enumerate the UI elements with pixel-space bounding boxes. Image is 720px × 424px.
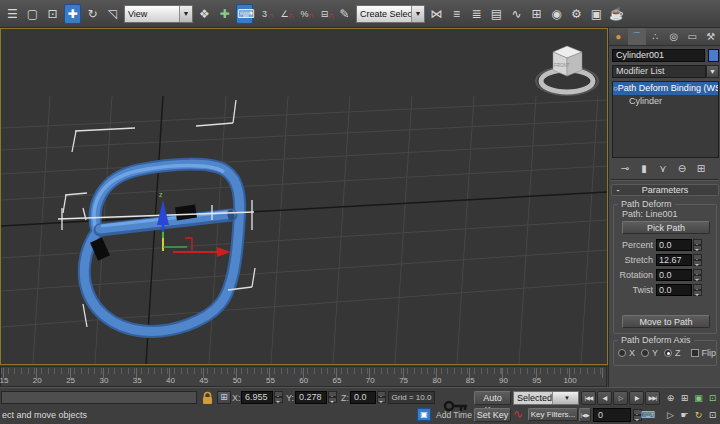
twist-field[interactable]: 0.0 [656,284,692,296]
move-to-path-button[interactable]: Move to Path [622,315,710,328]
select-and-rotate-button[interactable]: ↻ [84,4,101,24]
select-and-manipulate-button[interactable]: ✚ [216,4,233,24]
zoom-extents-button[interactable]: ▣ [692,391,705,405]
coord-y-field[interactable]: 0.278 [295,391,327,404]
use-pivot-point-center-button[interactable]: ❖ [196,4,213,24]
zoom-button[interactable]: ⊕ [664,391,677,405]
zoom-all-button[interactable]: ⊞ [678,391,691,405]
selection-lock-icon[interactable] [201,391,214,405]
key-filters-button[interactable]: Key Filters... [528,408,578,421]
isolate-selection-toggle[interactable]: ▣ [417,408,431,421]
axis-radio-z[interactable] [664,349,672,357]
mirror-button[interactable]: ⋈ [428,4,445,24]
coord-y-spinner[interactable] [328,391,337,403]
window-crossing-toggle-button[interactable]: ⊡ [44,4,61,24]
dropdown-arrow-icon[interactable]: ▼ [179,6,192,22]
field-of-view-button[interactable]: ▷ [664,408,677,422]
rectangular-selection-region-button[interactable]: ▢ [24,4,41,24]
pin-stack-button[interactable]: ⊸ [618,162,632,175]
percent-spinner[interactable] [693,239,702,251]
play-button[interactable]: ▷ [613,391,628,405]
coord-x-field[interactable]: 6.955 [241,391,273,404]
select-and-uniform-scale-button[interactable]: ◹ [104,4,121,24]
pan-button[interactable]: ☛ [678,408,691,422]
viewcube[interactable]: FRONT [536,46,598,95]
tab-hierarchy[interactable]: ∴ [646,28,665,45]
go-to-start-button[interactable]: |◀◀ [581,391,596,405]
stretch-spinner[interactable] [693,254,702,266]
axis-radio-y[interactable] [641,349,649,357]
object-color-swatch[interactable] [708,49,719,62]
set-key-button[interactable]: Set Key [474,408,511,422]
configure-modifier-sets-button[interactable]: ⊞ [694,162,708,175]
percent-snap-toggle-button[interactable]: %∩ [296,4,313,24]
coord-z-spinner[interactable] [377,391,386,403]
rendered-frame-window-button[interactable]: ▣ [588,4,605,24]
tab-display[interactable]: ▭ [683,28,702,45]
coord-z-field[interactable]: 0.0 [350,391,376,404]
flip-checkbox[interactable] [691,349,699,357]
twist-spinner[interactable] [693,284,702,296]
select-by-name-button[interactable]: ☰ [4,4,21,24]
render-setup-button[interactable]: ⚙ [568,4,585,24]
axis-radio-x[interactable] [618,349,626,357]
perspective-viewport[interactable]: z FRONT [0,28,608,365]
named-selection-sets[interactable]: Create Selection Se▼ [356,5,425,23]
absolute-offset-mode-toggle[interactable]: ⊞ [217,391,231,404]
material-editor-button[interactable]: ◉ [548,4,565,24]
pick-path-button[interactable]: Pick Path [622,221,710,234]
orbit-button[interactable]: ↻ [692,408,705,422]
modifier-stack-item[interactable]: ○Path Deform Binding (WS [613,82,718,95]
tab-create[interactable]: ● [609,28,628,45]
auto-key-button[interactable]: Auto Key [474,391,511,405]
maximize-viewport-toggle-button[interactable]: ⊡ [706,408,719,422]
coord-x-spinner[interactable] [274,391,283,403]
edit-named-selection-sets-button[interactable]: ✎ [336,4,353,24]
spinner-snap-toggle-button[interactable]: ⊟∩ [316,4,333,24]
time-track-bar[interactable]: 1520253035404550556065707580859095100 [0,366,607,387]
gizmo-x-arrowhead[interactable] [217,247,231,257]
keyboard-shortcut-override-icon[interactable]: ⌨ [641,408,655,422]
set-keys-key-icon[interactable] [443,393,469,419]
rotation-field[interactable]: 0.0 [656,269,692,281]
render-production-button[interactable]: ☕ [608,4,625,24]
stretch-field[interactable]: 12.67 [656,254,692,266]
show-end-result-button[interactable]: ▮ [637,162,651,175]
remove-modifier-button[interactable]: ⊖ [675,162,689,175]
keyboard-shortcut-override-toggle-button[interactable]: ⌨ [236,4,253,24]
tab-modify[interactable]: ⌒ [628,28,647,45]
next-frame-button[interactable]: |▶ [629,391,644,405]
gizmo-z-arrowhead[interactable] [157,200,169,225]
percent-field[interactable]: 0.0 [656,239,692,251]
tab-utilities[interactable]: ⚒ [702,28,720,45]
dropdown-arrow-icon[interactable]: ▼ [411,6,424,22]
key-filter-set-dropdown[interactable]: Selected ▼ [513,391,579,405]
snaps-toggle-3d-button[interactable]: 3∩ [256,4,273,24]
curve-editor-button[interactable]: ∿ [508,4,525,24]
dropdown-arrow-icon[interactable]: ▼ [552,392,578,404]
modifier-list-dropdown[interactable]: Modifier List [612,65,706,78]
current-frame-field[interactable]: 0 [593,408,631,422]
select-and-move-button[interactable]: ✚ [64,4,81,24]
rollout-collapse-icon[interactable]: - [612,185,624,195]
zoom-extents-all-button[interactable]: ⊡ [706,391,719,405]
align-button[interactable]: ≡ [448,4,465,24]
modifier-list-arrow[interactable]: ▼ [706,65,719,78]
set-key-curve-icon[interactable]: ∿ [513,407,523,421]
go-to-end-button[interactable]: ▶▶| [645,391,660,405]
make-unique-button[interactable]: ⋎ [656,162,670,175]
gizmo-plane-handle[interactable] [185,238,192,252]
key-mode-toggle-button[interactable]: |◀▶ [579,408,591,422]
parameters-rollout-header[interactable]: - Parameters [611,184,719,196]
schematic-view-button[interactable]: ⊞ [528,4,545,24]
maxscript-mini-listener[interactable] [1,391,197,404]
rotation-spinner[interactable] [693,269,702,281]
reference-coordinate-system[interactable]: View▼ [124,5,193,23]
angle-snap-toggle-button[interactable]: ∠∩ [276,4,293,24]
object-name-field[interactable]: Cylinder001 [612,49,705,62]
tab-motion[interactable]: ◎ [665,28,684,45]
modifier-stack-item[interactable]: Cylinder [613,95,718,108]
layer-manager-button[interactable]: ≣ [468,4,485,24]
graphite-modeling-tools-button[interactable]: ▤ [488,4,505,24]
previous-frame-button[interactable]: ◀| [597,391,612,405]
